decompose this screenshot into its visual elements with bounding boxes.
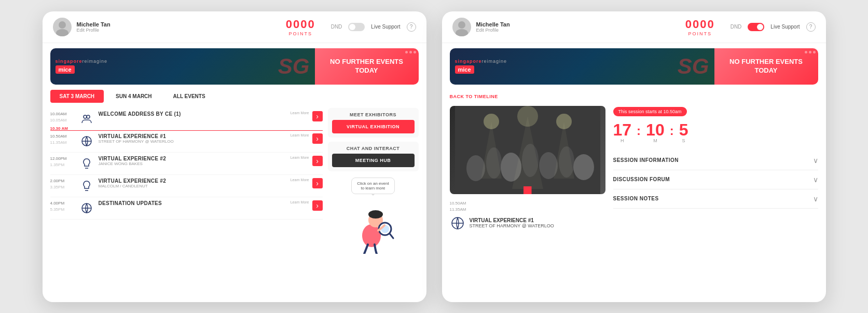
svg-line-11 xyxy=(390,234,393,238)
svg-point-21 xyxy=(573,154,594,180)
session-right: This session starts at 10.50am 17 H : 10… xyxy=(613,106,818,231)
session-time-label: 10.50AM 11.35AM xyxy=(450,200,605,213)
event-icon-people xyxy=(79,111,94,127)
time-end: 1.35PM xyxy=(50,162,79,168)
accordion-label-discussion: DISCUSSION FORUM xyxy=(613,176,670,182)
event-subtitle: JANICE WONG BAKES xyxy=(99,161,291,166)
event-title: VIRTUAL EXPERIENCE #2 xyxy=(99,156,291,161)
user-info: Michelle Tan Edit Profile xyxy=(77,21,111,33)
accordion-label-notes: SESSION NOTES xyxy=(613,196,659,201)
session-icon xyxy=(450,215,465,231)
event-title: VIRTUAL EXPERIENCE #2 xyxy=(99,178,291,184)
time-col: 10.50AM 11.35AM xyxy=(50,133,79,146)
virtual-exhibition-button[interactable]: VIRTUAL EXHIBITION xyxy=(332,120,415,133)
points-number: 0000 xyxy=(286,18,315,31)
points-area: 0000 POINTS xyxy=(286,18,315,36)
edit-profile-link-2[interactable]: Edit Profile xyxy=(476,28,510,33)
meet-exhibitors-section: MEET EXHIBITORS VIRTUAL EXHIBITION xyxy=(328,108,419,138)
accordion-item-notes[interactable]: SESSION NOTES ∨ xyxy=(613,189,818,209)
time-start: 10.00AM xyxy=(50,111,79,117)
svg-point-0 xyxy=(59,21,66,29)
event-arrow-button[interactable] xyxy=(312,133,323,144)
table-row: 10.50AM 11.35AM VIRTUAL EXPERIENCE #1 ST… xyxy=(50,130,323,153)
help-button-2[interactable]: ? xyxy=(806,22,816,32)
event-icon-lightbulb2 xyxy=(79,178,94,194)
event-arrow-button[interactable] xyxy=(312,178,323,188)
table-row: 10.00AM 10.05AM WELCOME ADDRESS BY CE (1… xyxy=(50,108,323,130)
tab-all[interactable]: ALL EVENTS xyxy=(164,90,215,103)
user-name: Michelle Tan xyxy=(77,21,111,28)
time-start: 10.50AM xyxy=(50,133,79,140)
header-2: Michelle Tan Edit Profile 0000 POINTS DN… xyxy=(442,11,826,43)
learn-more-link[interactable]: Learn More xyxy=(291,156,309,159)
character-illustration: Click on an eventto learn more xyxy=(328,178,419,254)
session-image-bg xyxy=(450,106,605,194)
back-to-timeline-link[interactable]: BACK TO TIMELINE xyxy=(442,90,826,103)
banner-decoration xyxy=(405,51,416,53)
time-start: 4.00PM xyxy=(50,200,79,207)
banner-sg-logo: SG xyxy=(278,54,310,79)
svg-point-3 xyxy=(87,115,90,118)
event-details: WELCOME ADDRESS BY CE (1) xyxy=(99,111,291,117)
chevron-down-icon-3: ∨ xyxy=(813,195,818,203)
time-col: 12.00PM 1.35PM xyxy=(50,156,79,168)
header-controls-2: DND Live Support ? xyxy=(731,22,816,32)
dnd-toggle-2[interactable] xyxy=(748,23,764,31)
event-subtitle: MALCOLM / CANDLENUT xyxy=(99,184,291,188)
svg-point-13 xyxy=(456,29,468,36)
event-arrow-button[interactable] xyxy=(312,200,323,211)
session-left: 10.50AM 11.35AM VIRTUAL EXPERIENCE #1 ST… xyxy=(450,106,605,231)
live-support-link-2[interactable]: Live Support xyxy=(770,24,800,30)
header-controls: DND Live Support ? xyxy=(331,22,416,32)
tabs-bar: SAT 3 MARCH SUN 4 MARCH ALL EVENTS xyxy=(50,90,419,103)
edit-profile-link[interactable]: Edit Profile xyxy=(77,28,111,33)
learn-more-link[interactable]: Learn More xyxy=(291,111,309,115)
content-area: 10.00AM 10.05AM WELCOME ADDRESS BY CE (1… xyxy=(43,105,426,256)
countdown: 17 H : 10 M : 5 S xyxy=(613,121,818,143)
help-button[interactable]: ? xyxy=(407,22,416,32)
tab-sun[interactable]: SUN 4 MARCH xyxy=(106,90,161,103)
session-content: 10.50AM 11.35AM VIRTUAL EXPERIENCE #1 ST… xyxy=(442,103,826,234)
event-icon-lightbulb xyxy=(79,156,94,171)
session-starts-badge: This session starts at 10.50am xyxy=(613,107,687,116)
sidebar: MEET EXHIBITORS VIRTUAL EXHIBITION CHAT … xyxy=(328,108,419,254)
event-arrow-button[interactable] xyxy=(312,156,323,166)
event-details: VIRTUAL EXPERIENCE #2 JANICE WONG BAKES xyxy=(99,156,291,166)
dot-1 xyxy=(405,51,408,53)
session-title: VIRTUAL EXPERIENCE #1 xyxy=(470,217,554,223)
sidebar-buttons: MEET EXHIBITORS VIRTUAL EXHIBITION CHAT … xyxy=(328,108,419,171)
accordion-item-session-info[interactable]: SESSION INFORMATION ∨ xyxy=(613,151,818,170)
banner-sg-logo-2: SG xyxy=(678,54,709,79)
chevron-down-icon: ∨ xyxy=(813,156,818,165)
learn-more-link[interactable]: Learn More xyxy=(291,133,309,137)
chat-interact-label: CHAT AND INTERACT xyxy=(332,146,415,151)
event-title: VIRTUAL EXPERIENCE #1 xyxy=(99,133,291,139)
user-info-2: Michelle Tan Edit Profile xyxy=(476,21,510,33)
tab-sat[interactable]: SAT 3 MARCH xyxy=(50,90,104,103)
dot-3 xyxy=(414,51,416,53)
accordion-label-session-info: SESSION INFORMATION xyxy=(613,157,679,163)
learn-more-link[interactable]: Learn More xyxy=(291,178,309,182)
countdown-minutes-number: 10 xyxy=(646,121,665,138)
banner-area-2: singaporereimagine mice SG NO FURTHER EV… xyxy=(450,48,818,85)
screen-1: Michelle Tan Edit Profile 0000 POINTS DN… xyxy=(43,11,426,302)
meet-exhibitors-label: MEET EXHIBITORS xyxy=(332,112,415,117)
learn-more-link[interactable]: Learn More xyxy=(291,200,309,204)
countdown-sep-2: : xyxy=(670,125,674,137)
event-details: VIRTUAL EXPERIENCE #2 MALCOLM / CANDLENU… xyxy=(99,178,291,188)
countdown-hours-number: 17 xyxy=(613,121,632,138)
event-arrow-button[interactable] xyxy=(312,111,323,121)
points-label-2: POINTS xyxy=(685,31,715,36)
time-start: 2.00PM xyxy=(50,178,79,184)
table-row: 12.00PM 1.35PM VIRTUAL EXPERIENCE #2 JAN… xyxy=(50,153,323,175)
meeting-hub-button[interactable]: MEETING HUB xyxy=(332,154,415,167)
dnd-label: DND xyxy=(331,24,342,30)
dnd-toggle[interactable] xyxy=(348,23,365,31)
live-support-link[interactable]: Live Support xyxy=(371,24,400,30)
event-details: DESTINATION UPDATES xyxy=(99,200,291,206)
time-end: 5.35PM xyxy=(50,207,79,213)
accordion-item-discussion[interactable]: DISCUSSION FORUM ∨ xyxy=(613,170,818,189)
header-1: Michelle Tan Edit Profile 0000 POINTS DN… xyxy=(43,11,426,43)
table-row: 4.00PM 5.35PM DESTINATION UPDATES Learn … xyxy=(50,197,323,220)
banner-main: singaporereimagine mice SG xyxy=(50,48,315,85)
